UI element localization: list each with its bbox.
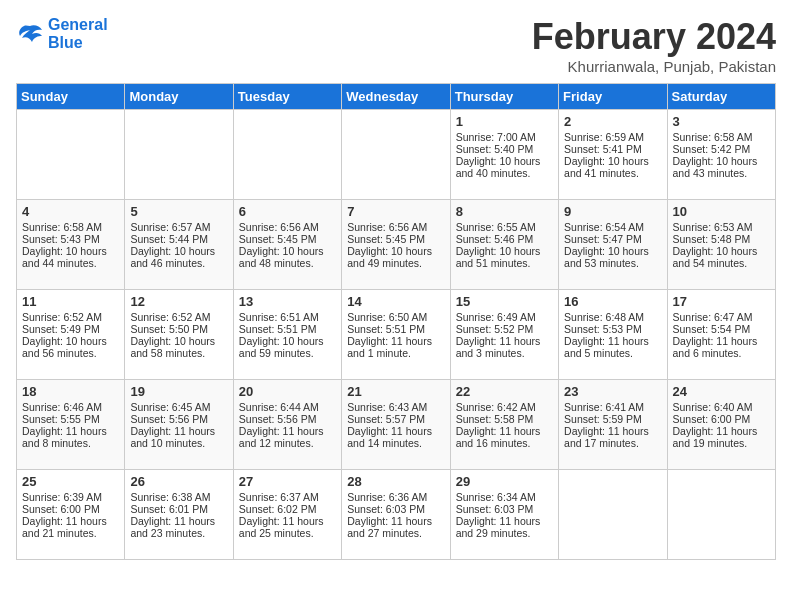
day-number: 27 xyxy=(239,474,336,489)
day-number: 22 xyxy=(456,384,553,399)
day-info: and 53 minutes. xyxy=(564,257,661,269)
day-info: Sunset: 5:48 PM xyxy=(673,233,770,245)
calendar-cell: 22Sunrise: 6:42 AMSunset: 5:58 PMDayligh… xyxy=(450,380,558,470)
day-info: Daylight: 11 hours xyxy=(456,335,553,347)
day-info: Sunset: 5:52 PM xyxy=(456,323,553,335)
day-info: and 49 minutes. xyxy=(347,257,444,269)
week-row-1: 1Sunrise: 7:00 AMSunset: 5:40 PMDaylight… xyxy=(17,110,776,200)
day-info: Daylight: 10 hours xyxy=(673,245,770,257)
day-info: Daylight: 11 hours xyxy=(347,515,444,527)
day-info: Sunrise: 6:48 AM xyxy=(564,311,661,323)
day-info: and 23 minutes. xyxy=(130,527,227,539)
day-info: Sunset: 5:40 PM xyxy=(456,143,553,155)
day-info: and 56 minutes. xyxy=(22,347,119,359)
day-info: Sunrise: 6:34 AM xyxy=(456,491,553,503)
day-info: Sunrise: 6:56 AM xyxy=(347,221,444,233)
day-info: and 12 minutes. xyxy=(239,437,336,449)
day-info: Daylight: 10 hours xyxy=(564,245,661,257)
day-info: Sunrise: 6:55 AM xyxy=(456,221,553,233)
day-number: 24 xyxy=(673,384,770,399)
day-info: and 25 minutes. xyxy=(239,527,336,539)
day-info: Sunset: 5:57 PM xyxy=(347,413,444,425)
day-info: Daylight: 11 hours xyxy=(673,335,770,347)
calendar-cell xyxy=(125,110,233,200)
day-info: and 3 minutes. xyxy=(456,347,553,359)
day-number: 9 xyxy=(564,204,661,219)
day-info: Sunrise: 6:36 AM xyxy=(347,491,444,503)
day-info: Daylight: 11 hours xyxy=(347,425,444,437)
day-info: Sunset: 6:03 PM xyxy=(347,503,444,515)
day-info: and 17 minutes. xyxy=(564,437,661,449)
day-info: and 21 minutes. xyxy=(22,527,119,539)
day-info: Daylight: 10 hours xyxy=(456,245,553,257)
week-row-5: 25Sunrise: 6:39 AMSunset: 6:00 PMDayligh… xyxy=(17,470,776,560)
header-friday: Friday xyxy=(559,84,667,110)
day-info: Sunset: 5:49 PM xyxy=(22,323,119,335)
day-number: 25 xyxy=(22,474,119,489)
calendar-cell: 28Sunrise: 6:36 AMSunset: 6:03 PMDayligh… xyxy=(342,470,450,560)
day-info: Daylight: 10 hours xyxy=(347,245,444,257)
day-number: 18 xyxy=(22,384,119,399)
day-info: Daylight: 10 hours xyxy=(22,245,119,257)
day-number: 15 xyxy=(456,294,553,309)
day-info: Sunrise: 6:43 AM xyxy=(347,401,444,413)
day-info: and 43 minutes. xyxy=(673,167,770,179)
day-info: Sunset: 6:02 PM xyxy=(239,503,336,515)
day-number: 12 xyxy=(130,294,227,309)
day-number: 2 xyxy=(564,114,661,129)
day-info: Daylight: 11 hours xyxy=(673,425,770,437)
calendar-cell: 8Sunrise: 6:55 AMSunset: 5:46 PMDaylight… xyxy=(450,200,558,290)
calendar-cell: 6Sunrise: 6:56 AMSunset: 5:45 PMDaylight… xyxy=(233,200,341,290)
day-info: and 46 minutes. xyxy=(130,257,227,269)
day-info: Sunrise: 6:50 AM xyxy=(347,311,444,323)
calendar-cell: 19Sunrise: 6:45 AMSunset: 5:56 PMDayligh… xyxy=(125,380,233,470)
day-info: Sunset: 5:53 PM xyxy=(564,323,661,335)
day-info: and 6 minutes. xyxy=(673,347,770,359)
header-saturday: Saturday xyxy=(667,84,775,110)
day-info: and 58 minutes. xyxy=(130,347,227,359)
day-info: Sunrise: 6:53 AM xyxy=(673,221,770,233)
day-number: 5 xyxy=(130,204,227,219)
calendar-title: February 2024 xyxy=(532,16,776,58)
day-info: Sunrise: 6:52 AM xyxy=(22,311,119,323)
calendar-cell: 12Sunrise: 6:52 AMSunset: 5:50 PMDayligh… xyxy=(125,290,233,380)
day-info: Daylight: 11 hours xyxy=(130,425,227,437)
day-info: Sunrise: 6:51 AM xyxy=(239,311,336,323)
calendar-cell: 24Sunrise: 6:40 AMSunset: 6:00 PMDayligh… xyxy=(667,380,775,470)
header-row: SundayMondayTuesdayWednesdayThursdayFrid… xyxy=(17,84,776,110)
logo: General Blue xyxy=(16,16,108,51)
day-info: Sunset: 5:44 PM xyxy=(130,233,227,245)
day-info: Sunrise: 6:56 AM xyxy=(239,221,336,233)
day-number: 17 xyxy=(673,294,770,309)
day-info: Sunset: 5:54 PM xyxy=(673,323,770,335)
day-number: 8 xyxy=(456,204,553,219)
day-info: Daylight: 11 hours xyxy=(239,425,336,437)
logo-icon xyxy=(16,22,44,46)
day-info: and 10 minutes. xyxy=(130,437,227,449)
calendar-cell: 21Sunrise: 6:43 AMSunset: 5:57 PMDayligh… xyxy=(342,380,450,470)
day-info: Sunrise: 6:41 AM xyxy=(564,401,661,413)
day-info: Sunset: 6:01 PM xyxy=(130,503,227,515)
day-info: Daylight: 10 hours xyxy=(239,335,336,347)
header-wednesday: Wednesday xyxy=(342,84,450,110)
day-info: Daylight: 10 hours xyxy=(130,335,227,347)
day-info: Daylight: 11 hours xyxy=(239,515,336,527)
calendar-cell: 2Sunrise: 6:59 AMSunset: 5:41 PMDaylight… xyxy=(559,110,667,200)
week-row-3: 11Sunrise: 6:52 AMSunset: 5:49 PMDayligh… xyxy=(17,290,776,380)
day-info: Daylight: 10 hours xyxy=(456,155,553,167)
day-info: Sunrise: 6:44 AM xyxy=(239,401,336,413)
calendar-cell xyxy=(342,110,450,200)
day-info: Daylight: 11 hours xyxy=(347,335,444,347)
day-info: and 44 minutes. xyxy=(22,257,119,269)
day-info: Sunrise: 6:57 AM xyxy=(130,221,227,233)
day-info: Daylight: 11 hours xyxy=(456,515,553,527)
day-info: Sunset: 5:45 PM xyxy=(239,233,336,245)
day-number: 21 xyxy=(347,384,444,399)
calendar-cell: 26Sunrise: 6:38 AMSunset: 6:01 PMDayligh… xyxy=(125,470,233,560)
calendar-cell: 17Sunrise: 6:47 AMSunset: 5:54 PMDayligh… xyxy=(667,290,775,380)
day-info: and 59 minutes. xyxy=(239,347,336,359)
day-info: Daylight: 10 hours xyxy=(564,155,661,167)
day-number: 4 xyxy=(22,204,119,219)
calendar-cell xyxy=(667,470,775,560)
day-info: and 40 minutes. xyxy=(456,167,553,179)
